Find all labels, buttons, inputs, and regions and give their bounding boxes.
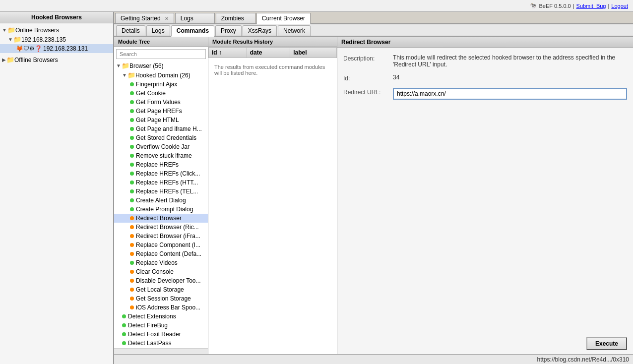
module-label: Get Page HREFs — [136, 108, 182, 115]
offline-browsers-folder[interactable]: ▶ 📁 Offline Browsers — [0, 55, 113, 64]
module-overflow-cookie[interactable]: Overflow Cookie Jar — [114, 142, 208, 151]
module-label: Clear Console — [136, 268, 174, 275]
module-fingerprint-ajax[interactable]: Fingerprint Ajax — [114, 80, 208, 89]
dot-detect-extensions — [122, 314, 126, 318]
detail-header: Redirect Browser — [337, 37, 633, 48]
ip-folder[interactable]: ▼ 📁 192.168.238.135 — [0, 35, 113, 44]
subtab-commands[interactable]: Commands — [171, 25, 214, 37]
module-label: Detect LastPass — [128, 340, 171, 347]
module-ios-address-bar[interactable]: iOS Address Bar Spoo... — [114, 303, 208, 312]
dot-replace-hrefs-click — [130, 172, 134, 176]
description-label: Description: — [343, 54, 393, 62]
browser-folder-icon: 📁 — [122, 62, 129, 69]
module-search-input[interactable] — [116, 49, 206, 59]
module-get-cookie[interactable]: Get Cookie — [114, 89, 208, 98]
tab-logs[interactable]: Logs — [175, 13, 215, 23]
module-get-page-html[interactable]: Get Page HTML — [114, 116, 208, 124]
module-get-page-iframe[interactable]: Get Page and iframe H... — [114, 124, 208, 133]
module-replace-videos[interactable]: Replace Videos — [114, 258, 208, 267]
expand-icon[interactable]: ▼ — [2, 27, 7, 33]
module-replace-content[interactable]: Replace Content (Defa... — [114, 249, 208, 258]
module-label: Get Form Values — [136, 99, 181, 106]
id-value: 34 — [393, 74, 627, 81]
left-panel: Hooked Browsers ▼ 📁 Online Browsers ▼ 📁 … — [0, 12, 114, 364]
module-clear-console[interactable]: Clear Console — [114, 267, 208, 276]
online-browsers-folder[interactable]: ▼ 📁 Online Browsers — [0, 25, 113, 35]
submit-bug-link[interactable]: Submit_Bug — [576, 3, 606, 9]
module-label: Detect Foxit Reader — [128, 331, 181, 338]
module-label: Replace Content (Defa... — [136, 250, 201, 257]
tab-getting-started-close[interactable]: ✕ — [165, 16, 169, 21]
module-detect-extensions[interactable]: Detect Extensions — [114, 312, 208, 321]
browser-entry[interactable]: 🦊 🛡 ⚙ ❓ 192.168.238.131 — [0, 44, 113, 53]
module-redirect-browser-ifr[interactable]: Redirect Browser (iFra... — [114, 232, 208, 241]
expand-icon-3[interactable]: ▶ — [2, 57, 6, 62]
module-get-form-values[interactable]: Get Form Values — [114, 98, 208, 107]
subtab-network[interactable]: Network — [278, 25, 311, 36]
subtab-proxy[interactable]: Proxy — [215, 25, 242, 36]
detail-body: Description: This module will redirect t… — [337, 48, 633, 333]
module-remove-iframe[interactable]: Remove stuck iframe — [114, 151, 208, 160]
expand-icon-2[interactable]: ▼ — [8, 37, 13, 42]
execute-button[interactable]: Execute — [586, 337, 627, 350]
subtab-logs[interactable]: Logs — [146, 25, 170, 36]
browser-expand-icon[interactable]: ▼ — [116, 63, 121, 68]
module-replace-hrefs-tel[interactable]: Replace HREFs (TEL... — [114, 187, 208, 196]
module-label: Disable Developer Too... — [136, 277, 201, 284]
module-redirect-browser-ric[interactable]: Redirect Browser (Ric... — [114, 223, 208, 232]
subtab-details[interactable]: Details — [116, 25, 145, 36]
module-disable-dev-tools[interactable]: Disable Developer Too... — [114, 276, 208, 285]
hooked-domain-expand-icon[interactable]: ▼ — [122, 72, 127, 78]
module-detect-foxit[interactable]: Detect Foxit Reader — [114, 330, 208, 339]
right-panel: Getting Started ✕ Logs Zombies Current B… — [114, 12, 633, 364]
module-label: Get Session Storage — [136, 295, 191, 302]
module-results-panel: Module Results History id ↑ date — [208, 37, 337, 354]
module-label: Detect FireBug — [128, 322, 168, 329]
col-label[interactable]: label — [290, 48, 337, 58]
module-replace-hrefs-click[interactable]: Replace HREFs (Click... — [114, 169, 208, 178]
redirect-url-input[interactable] — [393, 88, 627, 100]
subtab-xssrays[interactable]: XssRays — [243, 25, 277, 36]
module-create-prompt[interactable]: Create Prompt Dialog — [114, 205, 208, 214]
module-replace-component[interactable]: Replace Component (I... — [114, 241, 208, 249]
tab-getting-started[interactable]: Getting Started ✕ — [115, 13, 174, 23]
dot-replace-component — [130, 243, 134, 247]
tab-zombies[interactable]: Zombies — [216, 13, 255, 23]
module-detect-lastpass[interactable]: Detect LastPass — [114, 339, 208, 348]
dot-overflow-cookie — [130, 145, 134, 149]
module-get-stored-cred[interactable]: Get Stored Credentials — [114, 133, 208, 142]
gear-icon: ⚙ — [29, 45, 35, 52]
logout-link[interactable]: Logout — [611, 3, 628, 9]
module-tree-header: Module Tree — [114, 37, 208, 47]
module-detect-firebug[interactable]: Detect FireBug — [114, 321, 208, 330]
subtab-proxy-label: Proxy — [221, 27, 236, 34]
module-create-alert[interactable]: Create Alert Dialog — [114, 196, 208, 205]
hooked-domain-item[interactable]: ▼ 📁 Hooked Domain (26) — [114, 70, 208, 80]
browser-root-item[interactable]: ▼ 📁 Browser (56) — [114, 61, 208, 70]
dot-replace-hrefs-tel — [130, 189, 134, 193]
module-get-local-storage[interactable]: Get Local Storage — [114, 285, 208, 294]
col-id[interactable]: id ↑ — [209, 48, 247, 58]
module-label: Replace HREFs (TEL... — [136, 188, 198, 195]
subtab-commands-label: Commands — [177, 27, 209, 34]
module-get-page-hrefs[interactable]: Get Page HREFs — [114, 107, 208, 116]
tab-current-browser[interactable]: Current Browser — [256, 13, 311, 24]
module-list: ▼ 📁 Browser (56) ▼ 📁 Hooked Domain (26) … — [114, 61, 208, 348]
col-date[interactable]: date — [247, 48, 290, 58]
module-replace-hrefs[interactable]: Replace HREFs — [114, 160, 208, 169]
shield-icon: 🛡 — [23, 45, 29, 52]
beef-logo-icon: 🐄 — [530, 2, 537, 9]
module-label: Create Prompt Dialog — [136, 206, 193, 213]
detail-panel: Redirect Browser Description: This modul… — [337, 37, 633, 354]
sub-tabs: Details Logs Commands Proxy XssRays Netw… — [114, 24, 633, 37]
execute-row: Execute — [337, 333, 633, 354]
module-redirect-browser[interactable]: Redirect Browser — [114, 214, 208, 223]
module-replace-hrefs-http[interactable]: Replace HREFs (HTT... — [114, 178, 208, 187]
status-url: https://blog.csdn.net/Re4d.../0x310 — [537, 356, 629, 363]
module-tree-scrollbar[interactable] — [114, 348, 208, 354]
dot-get-cookie — [130, 91, 134, 95]
module-label: Replace HREFs (HTT... — [136, 179, 198, 186]
dot-clear-console — [130, 270, 134, 274]
module-results-header: Module Results History — [208, 37, 337, 47]
module-get-session-storage[interactable]: Get Session Storage — [114, 294, 208, 303]
